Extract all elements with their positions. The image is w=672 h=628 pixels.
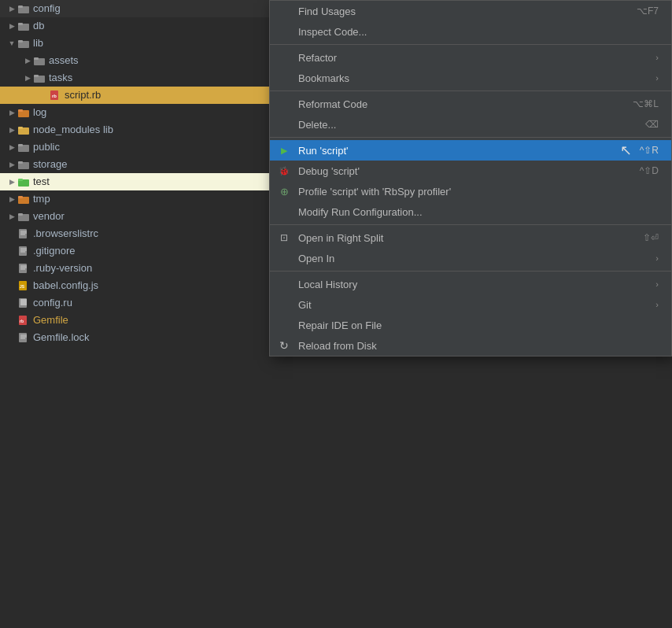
run-icon <box>278 144 290 157</box>
inspect-code-label: Inspect Code... <box>298 26 659 38</box>
find-usages-label: Find Usages <box>298 6 621 17</box>
find-usages-shortcut: ⌥F7 <box>637 6 659 17</box>
run-script-label: Run 'script' <box>298 145 624 157</box>
arrow-assets <box>22 55 33 66</box>
menu-delete[interactable]: Delete... ⌫ <box>270 114 671 135</box>
svg-rect-21 <box>18 179 23 181</box>
tree-item-lib[interactable]: lib <box>0 35 269 52</box>
file-icon-script-rb: rb <box>49 89 61 102</box>
svg-rect-15 <box>18 127 23 129</box>
tree-item-babel-config[interactable]: JS babel.config.js <box>0 277 269 294</box>
open-right-split-shortcut: ⇧⏎ <box>643 232 659 243</box>
tasks-label: tasks <box>49 69 72 87</box>
tree-item-config-ru[interactable]: config.ru <box>0 294 269 312</box>
svg-rect-13 <box>18 109 23 112</box>
menu-git[interactable]: Git › <box>270 294 671 315</box>
file-icon-ruby-version <box>17 262 30 275</box>
tree-item-script-rb[interactable]: rb script.rb <box>0 87 269 104</box>
tree-item-public[interactable]: public <box>0 139 269 156</box>
svg-rect-23 <box>18 196 23 198</box>
menu-local-history[interactable]: Local History › <box>270 274 671 294</box>
debug-icon <box>278 164 290 177</box>
lib-label: lib <box>33 35 43 52</box>
tree-item-config[interactable]: config <box>0 0 269 17</box>
menu-open-right-split[interactable]: Open in Right Split ⇧⏎ <box>270 227 671 248</box>
arrow-db <box>6 20 17 31</box>
menu-repair-ide[interactable]: Repair IDE on File <box>270 315 671 335</box>
reformat-label: Reformat Code <box>298 98 617 110</box>
git-label: Git <box>298 299 655 311</box>
tree-item-tmp[interactable]: tmp <box>0 190 269 208</box>
menu-reload-from-disk[interactable]: Reload from Disk <box>270 335 671 356</box>
delete-shortcut: ⌫ <box>645 119 659 130</box>
gemfile-label: Gemfile <box>33 312 68 329</box>
folder-icon-vendor <box>17 210 30 223</box>
arrow-config-ru <box>6 297 17 308</box>
arrow-browserslistrc <box>6 228 17 239</box>
folder-icon-tmp <box>17 193 30 205</box>
menu-separator-1 <box>270 44 671 45</box>
tree-item-gitignore[interactable]: .gitignore <box>0 242 269 260</box>
file-tree: config db lib assets tasks <box>0 0 269 628</box>
tree-item-log[interactable]: log <box>0 104 269 121</box>
folder-icon-storage <box>17 158 30 171</box>
arrow-storage <box>6 159 17 170</box>
db-label: db <box>33 17 44 35</box>
bookmarks-arrow: › <box>655 73 659 83</box>
log-label: log <box>33 104 46 121</box>
menu-inspect-code[interactable]: Inspect Code... <box>270 21 671 42</box>
svg-text:JS: JS <box>20 284 25 289</box>
tree-item-gemfile-lock[interactable]: Gemfile.lock <box>0 329 269 346</box>
tree-item-tasks[interactable]: tasks <box>0 69 269 87</box>
menu-find-usages[interactable]: Find Usages ⌥F7 <box>270 1 671 21</box>
assets-label: assets <box>49 52 79 69</box>
svg-rect-3 <box>18 23 23 25</box>
refactor-label: Refactor <box>298 52 655 64</box>
tree-item-vendor[interactable]: vendor <box>0 208 269 225</box>
file-icon-browserslistrc <box>17 227 30 240</box>
menu-profile-script[interactable]: Profile 'script' with 'RbSpy profiler' <box>270 181 671 201</box>
tree-item-storage[interactable]: storage <box>0 156 269 173</box>
menu-modify-run-config[interactable]: Modify Run Configuration... <box>270 201 671 222</box>
reformat-shortcut: ⌥⌘L <box>633 98 659 109</box>
menu-bookmarks[interactable]: Bookmarks › <box>270 68 671 88</box>
folder-icon-db <box>17 20 30 32</box>
tree-item-test[interactable]: test <box>0 173 269 190</box>
arrow-ruby-version <box>6 263 17 274</box>
open-in-arrow: › <box>655 253 659 263</box>
menu-refactor[interactable]: Refactor › <box>270 47 671 68</box>
menu-debug-script[interactable]: Debug 'script' ^⇧D <box>270 161 671 181</box>
tree-item-browserslistrc[interactable]: .browserslistrc <box>0 225 269 242</box>
run-script-shortcut: ^⇧R <box>640 145 659 156</box>
svg-rect-9 <box>34 75 39 77</box>
svg-text:rb: rb <box>20 319 24 323</box>
menu-open-in[interactable]: Open In › <box>270 248 671 268</box>
tree-item-gemfile[interactable]: rb Gemfile <box>0 312 269 329</box>
menu-reformat-code[interactable]: Reformat Code ⌥⌘L <box>270 94 671 114</box>
local-history-arrow: › <box>655 279 659 289</box>
arrow-vendor <box>6 211 17 222</box>
folder-icon-node-modules <box>17 124 30 136</box>
svg-rect-25 <box>18 213 23 216</box>
tree-item-ruby-version[interactable]: .ruby-version <box>0 260 269 277</box>
tmp-label: tmp <box>33 190 50 208</box>
arrow-babel-config <box>6 280 17 291</box>
modify-run-label: Modify Run Configuration... <box>298 206 659 218</box>
config-ru-label: config.ru <box>33 294 72 312</box>
svg-rect-7 <box>34 57 39 60</box>
gitignore-label: .gitignore <box>33 242 75 260</box>
menu-separator-3 <box>270 137 671 138</box>
svg-rect-19 <box>18 161 23 164</box>
open-right-split-label: Open in Right Split <box>298 232 627 244</box>
svg-rect-1 <box>18 6 23 8</box>
file-icon-babel-config: JS <box>17 279 30 292</box>
open-in-label: Open In <box>298 253 655 264</box>
menu-separator-5 <box>270 271 671 272</box>
tree-item-assets[interactable]: assets <box>0 52 269 69</box>
folder-icon-public <box>17 141 30 153</box>
tree-item-node-modules[interactable]: node_modules lib <box>0 121 269 139</box>
menu-run-script[interactable]: Run 'script' ↖ ^⇧R <box>270 140 671 161</box>
folder-icon-assets <box>33 54 46 67</box>
tree-item-db[interactable]: db <box>0 17 269 35</box>
arrow-config <box>6 3 17 14</box>
